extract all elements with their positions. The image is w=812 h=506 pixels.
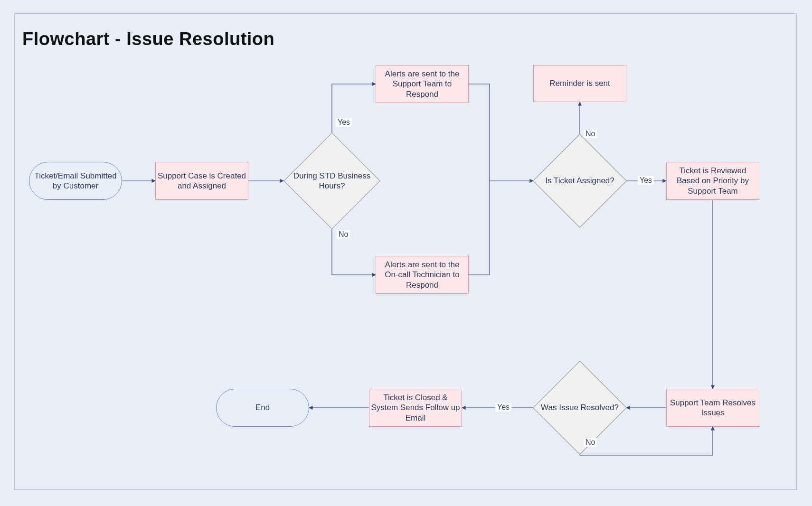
node-closed-label: Ticket is Closed & System Sends Follow u… <box>369 389 462 427</box>
node-assign-label: Support Case is Created and Assigned <box>155 162 248 200</box>
node-is-assigned-label: Is Ticket Assigned? <box>532 162 627 200</box>
label-hours-no: No <box>337 230 350 239</box>
label-assigned-yes: Yes <box>638 176 654 185</box>
label-resolved-yes: Yes <box>495 403 511 412</box>
diagram-canvas: Flowchart - Issue Resolution <box>14 13 797 490</box>
node-alert-oncall-label: Alerts are sent to the On-call Technicia… <box>376 256 469 294</box>
node-start-label: Ticket/Email Submitted by Customer <box>29 162 122 200</box>
node-alert-team-label: Alerts are sent to the Support Team to R… <box>376 65 469 103</box>
label-assigned-no: No <box>584 130 597 138</box>
node-end-label: End <box>216 389 309 427</box>
node-reviewed-label: Ticket is Reviewed Based on Priority by … <box>666 162 759 200</box>
node-was-resolved-label: Was Issue Resolved? <box>532 389 627 427</box>
node-hours-label: During STD Business Hours? <box>284 157 379 205</box>
label-resolved-no: No <box>584 438 597 447</box>
diagram-title: Flowchart - Issue Resolution <box>22 29 274 49</box>
node-reminder-label: Reminder is sent <box>533 65 626 102</box>
node-resolves-label: Support Team Resolves Issues <box>666 389 759 427</box>
label-hours-yes: Yes <box>336 118 352 127</box>
